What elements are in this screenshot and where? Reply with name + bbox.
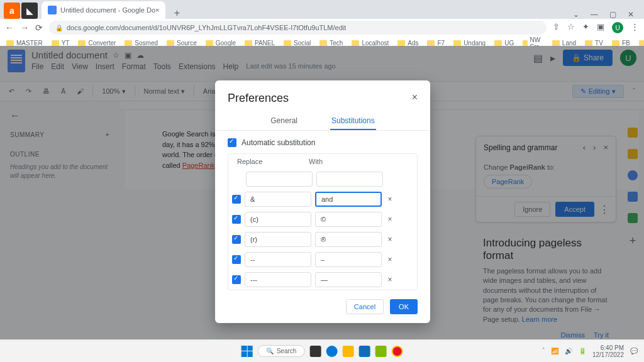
word-icon[interactable]: [358, 346, 370, 357]
panel-icon[interactable]: ▣: [597, 22, 604, 33]
col-with: With: [309, 158, 323, 165]
substitution-row: ×: [228, 250, 417, 270]
substitution-row: ×: [228, 270, 417, 290]
row-checkbox[interactable]: [232, 235, 241, 244]
col-replace: Replace: [237, 158, 309, 165]
replace-input[interactable]: [245, 212, 311, 227]
close-icon[interactable]: ×: [155, 6, 159, 14]
dialog-title: Preferences: [228, 92, 289, 105]
replace-input-new[interactable]: [246, 172, 313, 187]
cancel-button[interactable]: Cancel: [346, 299, 384, 314]
replace-input[interactable]: [245, 232, 311, 247]
substitution-row: ×: [228, 229, 417, 250]
star-icon[interactable]: ☆: [567, 22, 575, 33]
close-window-icon[interactable]: ✕: [628, 10, 634, 19]
menu-icon[interactable]: ⋮: [631, 22, 639, 33]
app-icon-pocket[interactable]: ◣: [21, 3, 38, 19]
row-checkbox[interactable]: [232, 215, 241, 224]
folder-icon: [494, 40, 502, 47]
search-icon: 🔍: [266, 348, 274, 354]
delete-row-icon[interactable]: ×: [386, 195, 394, 204]
excel-icon[interactable]: [375, 346, 386, 357]
folder-icon: [6, 40, 14, 47]
delete-row-icon[interactable]: ×: [386, 275, 394, 284]
replace-input[interactable]: [245, 252, 311, 267]
chevron-down-icon[interactable]: ⌄: [573, 10, 579, 19]
url-text: docs.google.com/document/d/1oUNVR6P_LYhJ…: [67, 24, 346, 31]
folder-icon: [639, 40, 644, 47]
folder-icon: [319, 40, 327, 47]
forward-icon[interactable]: →: [20, 23, 29, 33]
minimize-icon[interactable]: —: [591, 10, 598, 19]
folder-icon: [427, 40, 435, 47]
tab-strip: a ◣ Untitled document - Google Do × + ⌄ …: [0, 0, 644, 19]
with-input[interactable]: [315, 272, 382, 287]
folder-icon: [453, 40, 461, 47]
replace-input[interactable]: [245, 272, 311, 287]
folder-icon: [612, 40, 619, 47]
system-clock[interactable]: 6:40 PM 12/17/2022: [592, 344, 624, 358]
folder-icon: [585, 40, 592, 47]
profile-chip[interactable]: U: [612, 22, 623, 33]
volume-icon[interactable]: 🔊: [565, 348, 572, 354]
tray-chevron-icon[interactable]: ˆ: [543, 348, 545, 354]
with-input[interactable]: [315, 252, 382, 267]
maximize-icon[interactable]: ▢: [609, 10, 616, 19]
folder-icon: [52, 40, 59, 47]
url-input[interactable]: 🔒 docs.google.com/document/d/1oUNVR6P_LY…: [49, 21, 547, 35]
substitution-row: ×: [228, 189, 417, 209]
wifi-icon[interactable]: 📶: [551, 348, 558, 354]
close-icon[interactable]: ×: [412, 92, 418, 105]
with-input-new[interactable]: [316, 172, 383, 187]
chrome-icon[interactable]: [391, 346, 402, 357]
back-icon[interactable]: ←: [5, 23, 14, 33]
new-tab-button[interactable]: +: [169, 8, 184, 19]
extensions-icon[interactable]: ✦: [582, 22, 589, 33]
start-button[interactable]: [242, 346, 253, 357]
folder-icon: [352, 40, 359, 47]
folder-icon: [523, 40, 527, 47]
lock-icon: 🔒: [55, 25, 63, 31]
taskview-icon[interactable]: [309, 346, 321, 357]
replace-input[interactable]: [245, 192, 311, 207]
row-checkbox[interactable]: [232, 195, 241, 204]
address-bar: ← → ⟳ 🔒 docs.google.com/document/d/1oUNV…: [0, 19, 644, 36]
taskbar-search[interactable]: 🔍 Search: [258, 345, 305, 357]
folder-icon: [284, 40, 291, 47]
browser-chrome: a ◣ Untitled document - Google Do × + ⌄ …: [0, 0, 644, 46]
preferences-dialog: Preferences × General Substitutions Auto…: [215, 80, 430, 323]
folder-icon: [167, 40, 174, 47]
explorer-icon[interactable]: [342, 346, 353, 357]
folder-icon: [552, 40, 560, 47]
browser-tab-active[interactable]: Untitled document - Google Do ×: [42, 1, 165, 19]
row-checkbox[interactable]: [232, 275, 241, 284]
tab-title: Untitled document - Google Do: [60, 6, 155, 14]
app-icon-a[interactable]: a: [4, 3, 20, 19]
with-input[interactable]: [315, 212, 382, 227]
tab-general[interactable]: General: [269, 112, 299, 130]
folder-icon: [125, 40, 132, 47]
with-input[interactable]: [315, 232, 382, 247]
share-page-icon[interactable]: ⇧: [553, 22, 560, 33]
folder-icon: [78, 40, 86, 47]
substitution-row: ×: [228, 209, 417, 229]
with-input[interactable]: [315, 192, 382, 207]
folder-icon: [206, 40, 213, 47]
edge-icon[interactable]: [326, 346, 337, 357]
window-controls: ⌄ — ▢ ✕: [573, 10, 640, 19]
reload-icon[interactable]: ⟳: [35, 23, 43, 33]
folder-icon: [245, 40, 252, 47]
battery-icon[interactable]: 🔋: [579, 348, 586, 354]
auto-substitution-checkbox[interactable]: [228, 138, 236, 147]
folder-icon: [397, 40, 405, 47]
docs-favicon: [48, 6, 57, 14]
ok-button[interactable]: OK: [390, 299, 418, 314]
auto-substitution-label: Automatic substitution: [242, 138, 315, 147]
windows-taskbar: 🔍 Search ˆ 📶 🔊 🔋 6:40 PM 12/17/2022 💬: [0, 339, 644, 362]
delete-row-icon[interactable]: ×: [386, 235, 394, 244]
notifications-icon[interactable]: 💬: [630, 348, 638, 354]
delete-row-icon[interactable]: ×: [386, 255, 394, 264]
delete-row-icon[interactable]: ×: [386, 215, 394, 224]
row-checkbox[interactable]: [232, 255, 241, 264]
tab-substitutions[interactable]: Substitutions: [330, 112, 376, 130]
